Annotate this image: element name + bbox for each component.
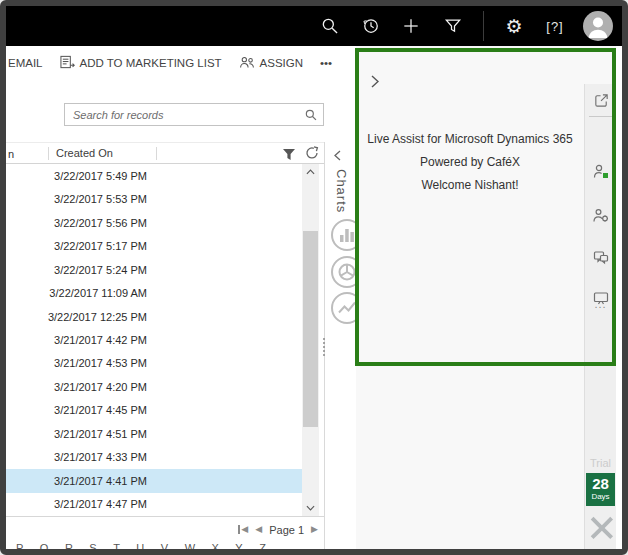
alphabet-letter[interactable]: Z [259,542,266,554]
alphabet-letter[interactable]: R [65,542,73,554]
alphabet-letter[interactable]: V [161,542,168,554]
record-search-input[interactable] [65,109,304,121]
grid-filter-icon[interactable] [282,147,296,165]
charts-strip: Charts [324,142,356,549]
email-label: EMAIL [8,57,43,69]
alphabet-letter[interactable]: X [212,542,219,554]
trial-days-number: 28 [586,475,615,492]
live-assist-icon-strip: ... Trial 28 Days [584,84,616,549]
first-page-icon[interactable]: ◀ [238,525,248,534]
next-page-icon[interactable]: ▶ [311,525,318,534]
top-nav-bar: ⚙ [?] [6,6,622,46]
settings-gear-icon[interactable]: ⚙ [502,14,526,38]
assign-button[interactable]: ASSIGN [239,56,303,71]
chat-icon[interactable] [591,248,611,268]
filter-icon[interactable] [441,14,465,38]
table-row[interactable]: 3/22/2017 12:25 PM [6,305,302,328]
trial-days-unit: Days [586,492,615,501]
command-bar: EMAIL ADD TO MARKETING LIST ASSIGN ••• [8,50,332,76]
marketing-list-icon [60,55,75,71]
scrollbar-down-icon[interactable] [302,500,319,516]
alphabet-letter[interactable]: S [89,542,96,554]
table-row[interactable]: 3/21/2017 4:53 PM [6,352,302,375]
topbar-divider [483,11,484,41]
partial-column-label: n [8,148,14,160]
table-row[interactable]: 3/22/2017 11:09 AM [6,281,302,304]
table-row-selected[interactable]: 3/21/2017 4:41 PM [6,469,302,492]
welcome-message: Welcome Nishant! [356,174,584,197]
alphabet-letter[interactable]: Q [40,542,49,554]
alphabet-letter[interactable]: T [113,542,120,554]
trial-label: Trial [585,457,616,469]
charts-collapse-icon[interactable] [334,147,341,165]
record-list: 3/22/2017 5:49 PM 3/22/2017 5:53 PM 3/22… [6,164,302,516]
scrollbar-up-icon[interactable] [302,164,319,180]
alphabet-letter[interactable]: W [185,542,195,554]
live-assist-title: Live Assist for Microsoft Dynamics 365 [356,128,584,151]
app-window: ⚙ [?] EMAIL ADD TO MARKETING LIST ASSIGN… [0,0,628,555]
more-commands-button[interactable]: ••• [320,57,332,69]
cafex-logo [587,514,615,542]
table-row[interactable]: 3/22/2017 5:24 PM [6,258,302,281]
table-row[interactable]: 3/21/2017 4:20 PM [6,375,302,398]
user-avatar[interactable] [583,11,613,41]
created-on-column-header[interactable]: Created On [56,147,113,159]
table-row[interactable]: 3/22/2017 5:56 PM [6,211,302,234]
pagination: ◀ ◀ Page 1 ▶ [6,516,324,542]
panel-expand-icon[interactable] [371,74,379,92]
strip-divider [589,116,612,117]
popout-icon[interactable] [591,90,611,110]
email-button[interactable]: EMAIL [8,57,43,69]
trial-days-badge[interactable]: 28 Days [586,473,615,506]
table-row[interactable]: 3/21/2017 4:42 PM [6,328,302,351]
table-row[interactable]: 3/21/2017 4:51 PM [6,422,302,445]
more-options-icon[interactable]: ... [585,298,616,310]
table-row[interactable]: 3/22/2017 5:17 PM [6,234,302,257]
live-assist-panel: Live Assist for Microsoft Dynamics 365 P… [356,46,616,549]
table-row[interactable]: 3/21/2017 4:45 PM [6,399,302,422]
panel-grip-handle[interactable] [323,338,325,356]
marketing-list-label: ADD TO MARKETING LIST [80,57,222,69]
scrollbar-thumb[interactable] [303,231,318,427]
alphabet-letter[interactable]: U [136,542,144,554]
record-search-box [64,103,324,126]
table-row[interactable]: 3/22/2017 5:49 PM [6,164,302,187]
alphabet-letter[interactable]: Y [235,542,242,554]
add-icon[interactable] [399,14,423,38]
prev-page-icon[interactable]: ◀ [255,525,262,534]
contact-directory-icon[interactable] [591,206,611,226]
agent-presence-icon[interactable] [591,162,611,182]
search-box-icon[interactable] [304,108,318,122]
search-icon[interactable] [318,14,342,38]
more-commands-label: ••• [320,57,332,69]
table-row[interactable]: 3/21/2017 4:33 PM [6,446,302,469]
assign-icon [239,56,255,71]
list-scrollbar[interactable] [302,164,319,516]
table-row[interactable]: 3/21/2017 4:47 PM [6,493,302,516]
alphabet-letter[interactable]: P [16,542,23,554]
page-label: Page 1 [269,524,304,536]
powered-by-label: Powered by CaféX [356,151,584,174]
live-assist-message: Live Assist for Microsoft Dynamics 365 P… [356,128,584,197]
charts-tab-label[interactable]: Charts [334,169,349,213]
add-to-marketing-list-button[interactable]: ADD TO MARKETING LIST [60,55,222,71]
alphabet-jump-bar: P Q R S T U V W X Y Z [16,542,266,554]
table-row[interactable]: 3/22/2017 5:53 PM [6,187,302,210]
help-icon[interactable]: [?] [543,14,567,38]
history-icon[interactable] [359,14,383,38]
refresh-icon[interactable] [305,146,319,164]
assign-label: ASSIGN [260,57,303,69]
grid-header: n Created On [6,142,324,164]
